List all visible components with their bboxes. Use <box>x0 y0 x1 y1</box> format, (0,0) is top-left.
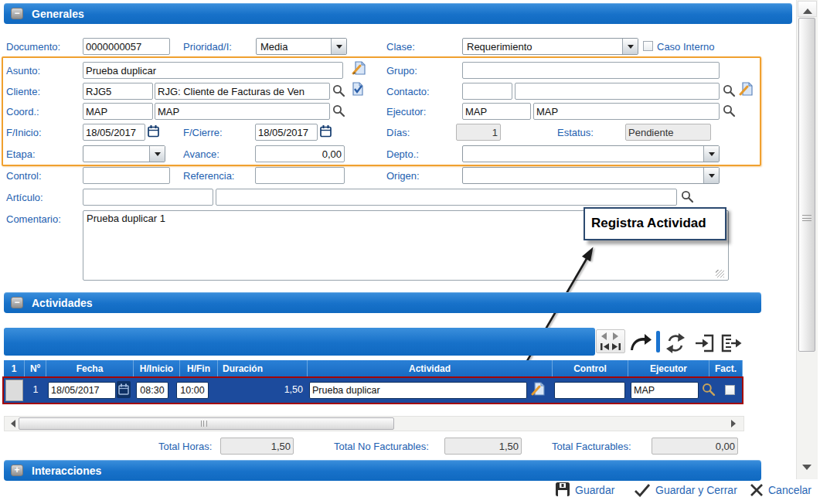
col-header-ejecutor[interactable]: Ejecutor <box>628 360 709 378</box>
comentario-label: Comentario: <box>6 213 61 225</box>
col-header-h-inicio[interactable]: H/Inicio <box>134 360 180 378</box>
f-inicio-label: F/Inicio: <box>6 127 42 138</box>
collapse-icon[interactable]: − <box>11 8 23 19</box>
chevron-down-icon[interactable] <box>703 146 719 162</box>
refresh-icon[interactable] <box>665 332 686 356</box>
collapse-icon[interactable]: − <box>11 297 23 308</box>
caso-interno-label: Caso Interno <box>657 41 714 53</box>
prioridad-select[interactable]: Media <box>256 38 347 55</box>
scroll-left-icon[interactable] <box>7 420 15 427</box>
col-header-selector[interactable]: 1 <box>4 360 25 378</box>
record-navigation-buttons[interactable] <box>596 329 625 353</box>
avance-input[interactable] <box>255 145 345 162</box>
edit-note-icon[interactable] <box>531 381 546 399</box>
articulo-label: Artículo: <box>6 192 43 203</box>
contacto-code-input[interactable] <box>462 83 512 100</box>
chevron-down-icon[interactable] <box>622 39 638 54</box>
ejecutor-code-input[interactable] <box>462 103 531 120</box>
col-header-control[interactable]: Control <box>553 360 628 378</box>
check-icon[interactable] <box>634 483 651 499</box>
depto-label: Depto.: <box>386 148 419 160</box>
scroll-down-icon[interactable] <box>802 465 811 475</box>
row-fecha-input[interactable] <box>48 382 116 399</box>
row-selector-cell[interactable] <box>5 380 23 401</box>
clase-select[interactable]: Requerimiento <box>462 38 638 55</box>
estatus-input <box>625 124 711 141</box>
cliente-label: Cliente: <box>6 86 40 97</box>
f-cierre-label: F/Cierre: <box>183 127 223 138</box>
search-icon[interactable] <box>681 190 694 206</box>
edit-note-icon[interactable] <box>739 81 754 99</box>
search-icon[interactable] <box>702 383 716 399</box>
export-row-icon[interactable] <box>720 332 743 356</box>
actividades-section-title: Actividades <box>32 297 93 309</box>
origen-select[interactable] <box>462 167 720 184</box>
search-icon[interactable] <box>332 84 345 100</box>
documento-input[interactable] <box>83 38 170 55</box>
prioridad-label: Prioridad/I: <box>183 41 232 53</box>
referencia-input[interactable] <box>255 167 345 184</box>
col-header-fecha[interactable]: Fecha <box>46 360 134 378</box>
close-icon[interactable] <box>750 483 764 499</box>
documento-label: Documento: <box>6 41 60 53</box>
cliente-name-input[interactable] <box>155 83 330 100</box>
ejecutor-name-input[interactable] <box>533 103 720 120</box>
forward-arrow-icon[interactable] <box>628 332 653 356</box>
asunto-input[interactable] <box>83 62 343 79</box>
etapa-select[interactable] <box>83 145 165 162</box>
coord-code-input[interactable] <box>83 103 153 120</box>
row-control-input[interactable] <box>554 382 625 399</box>
col-header-fact[interactable]: Fact. <box>709 360 743 378</box>
import-row-icon[interactable] <box>694 332 716 356</box>
scrollbar-grip <box>802 215 811 222</box>
row-ejecutor-input[interactable] <box>631 382 699 399</box>
calendar-icon[interactable] <box>147 124 160 141</box>
f-cierre-input[interactable] <box>255 124 318 141</box>
vertical-scrollbar-thumb[interactable] <box>798 18 815 352</box>
cliente-code-input[interactable] <box>83 83 153 100</box>
search-icon[interactable] <box>723 104 736 120</box>
clase-label: Clase: <box>386 41 415 53</box>
case-form-page: − Generales Documento: Prioridad/I: Medi… <box>0 0 820 504</box>
chevron-down-icon[interactable] <box>331 39 346 54</box>
row-h-inicio-input[interactable] <box>136 382 168 399</box>
scroll-up-icon[interactable] <box>798 1 817 17</box>
col-header-duracion[interactable]: Duración <box>218 360 308 378</box>
contacto-name-input[interactable] <box>515 83 720 100</box>
resize-grip-icon[interactable] <box>716 270 724 278</box>
scroll-right-icon[interactable] <box>731 420 740 427</box>
chevron-down-icon[interactable] <box>149 146 165 162</box>
check-note-icon[interactable] <box>350 81 366 99</box>
chevron-down-icon[interactable] <box>703 168 719 183</box>
prioridad-value: Media <box>260 41 329 53</box>
f-inicio-input[interactable] <box>83 124 145 141</box>
actividades-section-bar: − Actividades <box>4 292 761 313</box>
grupo-input[interactable] <box>462 62 720 79</box>
control-label: Control: <box>6 170 42 182</box>
calendar-icon[interactable] <box>319 124 332 141</box>
save-icon[interactable] <box>555 482 570 499</box>
cancelar-button[interactable]: Cancelar <box>768 484 811 496</box>
search-icon[interactable] <box>332 104 345 120</box>
expand-icon[interactable]: + <box>11 465 23 476</box>
articulo-code-input[interactable] <box>83 189 213 206</box>
articulo-name-input[interactable] <box>216 189 677 206</box>
caso-interno-checkbox[interactable] <box>643 41 653 51</box>
col-header-h-fin[interactable]: H/Fin <box>180 360 218 378</box>
etapa-label: Etapa: <box>6 148 36 160</box>
col-header-num[interactable]: Nº <box>25 360 46 378</box>
row-actividad-input[interactable] <box>309 382 527 399</box>
calendar-icon[interactable] <box>117 381 131 398</box>
row-fact-checkbox[interactable] <box>725 385 735 395</box>
search-icon[interactable] <box>723 84 736 100</box>
control-input[interactable] <box>83 167 170 184</box>
coord-name-input[interactable] <box>155 103 330 120</box>
avance-label: Avance: <box>183 148 219 160</box>
guardar-button[interactable]: Guardar <box>575 484 614 496</box>
depto-select[interactable] <box>462 145 720 162</box>
row-h-fin-input[interactable] <box>176 382 209 399</box>
edit-note-icon[interactable] <box>352 60 367 78</box>
guardar-y-cerrar-button[interactable]: Guardar y Cerrar <box>655 484 737 496</box>
col-header-actividad[interactable]: Actividad <box>308 360 553 378</box>
total-facturables-label: Total Facturables: <box>552 441 631 452</box>
